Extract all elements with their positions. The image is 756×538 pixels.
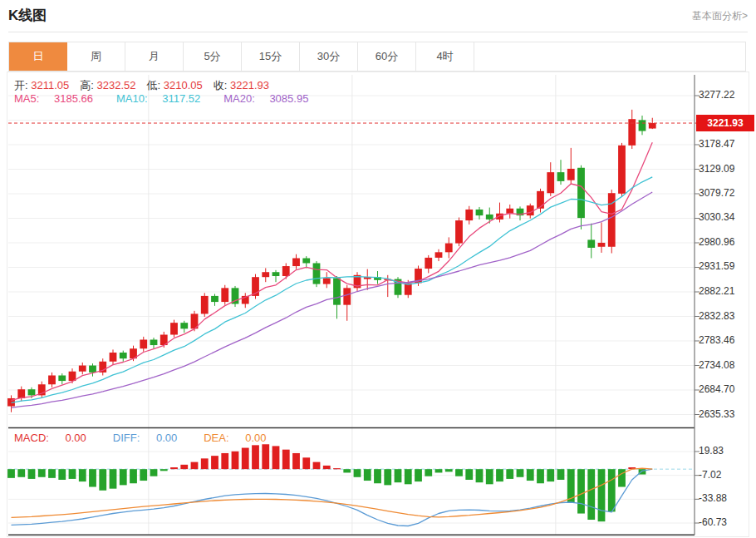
kline-page: { "header": { "title": "K线图", "link": "基…: [0, 0, 756, 538]
price-tick-label: 2734.08: [699, 359, 734, 371]
price-tick-label: 2783.46: [699, 334, 734, 346]
price-tick-label: 3079.72: [699, 187, 734, 199]
ma-row-item: MA5: 3185.66: [14, 92, 105, 105]
price-tick-label: 2684.70: [699, 383, 734, 395]
macd-readout: MACD: 0.00DIFF: 0.00DEA: 0.00: [14, 432, 293, 444]
macd-row-item: MACD: 0.00: [14, 432, 100, 444]
price-tick-label: 3178.47: [699, 138, 734, 150]
ohlc-row-item: 收: 3221.93: [214, 79, 280, 91]
price-tick-label: 2931.59: [699, 260, 734, 272]
current-price-badge: 3221.93: [696, 115, 754, 131]
ma-row-item: MA20: 3085.95: [223, 92, 320, 105]
macd-tick-label: -7.02: [699, 469, 721, 481]
macd-row-item: DIFF: 0.00: [113, 432, 190, 444]
price-tick-label: 2882.21: [699, 285, 734, 297]
macd-row-item: DEA: 0.00: [204, 432, 279, 444]
macd-tick-label: -60.73: [699, 516, 727, 528]
ohlc-row-item: 低: 3210.05: [147, 79, 214, 91]
price-tick-label: 3129.09: [699, 163, 734, 175]
macd-tick-label: 19.83: [699, 445, 724, 457]
price-tick-label: 2832.83: [699, 310, 734, 322]
ohlc-row-item: 高: 3232.52: [80, 79, 146, 91]
ohlc-row-item: 开: 3211.05: [14, 79, 80, 91]
ma-row-item: MA10: 3117.52: [116, 92, 212, 105]
macd-tick-label: -33.88: [699, 492, 727, 504]
price-tick-label: 3030.34: [699, 211, 734, 223]
ma-readout: MA5: 3185.66MA10: 3117.52MA20: 3085.95: [14, 92, 331, 105]
price-tick-label: 2635.33: [699, 408, 734, 420]
price-tick-label: 3277.22: [699, 89, 734, 101]
price-tick-label: 2980.96: [699, 236, 734, 248]
ohlc-readout: 开: 3211.05高: 3232.52低: 3210.05收: 3221.93: [14, 78, 280, 93]
